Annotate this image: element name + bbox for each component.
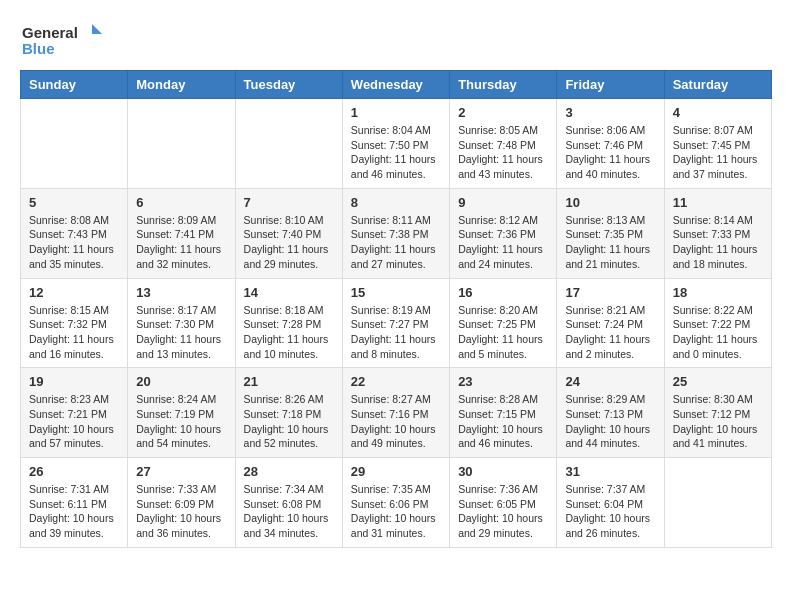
day-info: Sunrise: 8:19 AM Sunset: 7:27 PM Dayligh… — [351, 303, 441, 362]
day-info: Sunrise: 8:24 AM Sunset: 7:19 PM Dayligh… — [136, 392, 226, 451]
day-info: Sunrise: 8:27 AM Sunset: 7:16 PM Dayligh… — [351, 392, 441, 451]
day-info: Sunrise: 8:15 AM Sunset: 7:32 PM Dayligh… — [29, 303, 119, 362]
calendar-cell — [235, 99, 342, 189]
calendar-cell: 2Sunrise: 8:05 AM Sunset: 7:48 PM Daylig… — [450, 99, 557, 189]
day-info: Sunrise: 8:30 AM Sunset: 7:12 PM Dayligh… — [673, 392, 763, 451]
calendar-cell: 7Sunrise: 8:10 AM Sunset: 7:40 PM Daylig… — [235, 188, 342, 278]
calendar-cell: 20Sunrise: 8:24 AM Sunset: 7:19 PM Dayli… — [128, 368, 235, 458]
calendar-cell: 25Sunrise: 8:30 AM Sunset: 7:12 PM Dayli… — [664, 368, 771, 458]
calendar-cell — [664, 458, 771, 548]
logo-svg: GeneralBlue — [20, 20, 110, 60]
day-number: 5 — [29, 195, 119, 210]
day-number: 6 — [136, 195, 226, 210]
calendar-week-row: 26Sunrise: 7:31 AM Sunset: 6:11 PM Dayli… — [21, 458, 772, 548]
day-number: 25 — [673, 374, 763, 389]
day-number: 7 — [244, 195, 334, 210]
calendar-cell: 26Sunrise: 7:31 AM Sunset: 6:11 PM Dayli… — [21, 458, 128, 548]
day-info: Sunrise: 7:34 AM Sunset: 6:08 PM Dayligh… — [244, 482, 334, 541]
calendar-cell: 5Sunrise: 8:08 AM Sunset: 7:43 PM Daylig… — [21, 188, 128, 278]
day-info: Sunrise: 8:12 AM Sunset: 7:36 PM Dayligh… — [458, 213, 548, 272]
day-number: 9 — [458, 195, 548, 210]
calendar-cell: 9Sunrise: 8:12 AM Sunset: 7:36 PM Daylig… — [450, 188, 557, 278]
day-number: 31 — [565, 464, 655, 479]
day-info: Sunrise: 8:29 AM Sunset: 7:13 PM Dayligh… — [565, 392, 655, 451]
day-number: 30 — [458, 464, 548, 479]
calendar-cell: 18Sunrise: 8:22 AM Sunset: 7:22 PM Dayli… — [664, 278, 771, 368]
day-info: Sunrise: 7:36 AM Sunset: 6:05 PM Dayligh… — [458, 482, 548, 541]
day-number: 28 — [244, 464, 334, 479]
calendar-cell: 16Sunrise: 8:20 AM Sunset: 7:25 PM Dayli… — [450, 278, 557, 368]
day-of-week-header: Thursday — [450, 71, 557, 99]
day-of-week-header: Saturday — [664, 71, 771, 99]
day-number: 24 — [565, 374, 655, 389]
calendar-week-row: 12Sunrise: 8:15 AM Sunset: 7:32 PM Dayli… — [21, 278, 772, 368]
page-header: GeneralBlue — [20, 20, 772, 60]
calendar-cell: 1Sunrise: 8:04 AM Sunset: 7:50 PM Daylig… — [342, 99, 449, 189]
day-info: Sunrise: 8:11 AM Sunset: 7:38 PM Dayligh… — [351, 213, 441, 272]
day-number: 20 — [136, 374, 226, 389]
day-info: Sunrise: 7:35 AM Sunset: 6:06 PM Dayligh… — [351, 482, 441, 541]
day-info: Sunrise: 8:26 AM Sunset: 7:18 PM Dayligh… — [244, 392, 334, 451]
calendar-table: SundayMondayTuesdayWednesdayThursdayFrid… — [20, 70, 772, 548]
day-info: Sunrise: 8:14 AM Sunset: 7:33 PM Dayligh… — [673, 213, 763, 272]
day-number: 15 — [351, 285, 441, 300]
calendar-cell: 23Sunrise: 8:28 AM Sunset: 7:15 PM Dayli… — [450, 368, 557, 458]
day-number: 12 — [29, 285, 119, 300]
day-info: Sunrise: 8:28 AM Sunset: 7:15 PM Dayligh… — [458, 392, 548, 451]
day-number: 26 — [29, 464, 119, 479]
calendar-cell: 30Sunrise: 7:36 AM Sunset: 6:05 PM Dayli… — [450, 458, 557, 548]
day-number: 29 — [351, 464, 441, 479]
svg-text:General: General — [22, 24, 78, 41]
day-of-week-header: Sunday — [21, 71, 128, 99]
day-of-week-header: Wednesday — [342, 71, 449, 99]
calendar-cell: 6Sunrise: 8:09 AM Sunset: 7:41 PM Daylig… — [128, 188, 235, 278]
day-number: 8 — [351, 195, 441, 210]
day-info: Sunrise: 8:07 AM Sunset: 7:45 PM Dayligh… — [673, 123, 763, 182]
day-info: Sunrise: 8:04 AM Sunset: 7:50 PM Dayligh… — [351, 123, 441, 182]
day-number: 23 — [458, 374, 548, 389]
day-info: Sunrise: 8:05 AM Sunset: 7:48 PM Dayligh… — [458, 123, 548, 182]
day-info: Sunrise: 7:31 AM Sunset: 6:11 PM Dayligh… — [29, 482, 119, 541]
calendar-cell: 10Sunrise: 8:13 AM Sunset: 7:35 PM Dayli… — [557, 188, 664, 278]
logo: GeneralBlue — [20, 20, 110, 60]
calendar-cell: 19Sunrise: 8:23 AM Sunset: 7:21 PM Dayli… — [21, 368, 128, 458]
calendar-cell: 11Sunrise: 8:14 AM Sunset: 7:33 PM Dayli… — [664, 188, 771, 278]
day-number: 11 — [673, 195, 763, 210]
day-info: Sunrise: 8:09 AM Sunset: 7:41 PM Dayligh… — [136, 213, 226, 272]
calendar-cell: 21Sunrise: 8:26 AM Sunset: 7:18 PM Dayli… — [235, 368, 342, 458]
calendar-cell: 31Sunrise: 7:37 AM Sunset: 6:04 PM Dayli… — [557, 458, 664, 548]
day-number: 2 — [458, 105, 548, 120]
calendar-cell: 17Sunrise: 8:21 AM Sunset: 7:24 PM Dayli… — [557, 278, 664, 368]
day-number: 10 — [565, 195, 655, 210]
day-info: Sunrise: 8:21 AM Sunset: 7:24 PM Dayligh… — [565, 303, 655, 362]
day-number: 21 — [244, 374, 334, 389]
day-number: 13 — [136, 285, 226, 300]
day-info: Sunrise: 7:37 AM Sunset: 6:04 PM Dayligh… — [565, 482, 655, 541]
calendar-cell: 22Sunrise: 8:27 AM Sunset: 7:16 PM Dayli… — [342, 368, 449, 458]
day-info: Sunrise: 8:20 AM Sunset: 7:25 PM Dayligh… — [458, 303, 548, 362]
day-of-week-header: Monday — [128, 71, 235, 99]
day-number: 18 — [673, 285, 763, 300]
day-info: Sunrise: 8:10 AM Sunset: 7:40 PM Dayligh… — [244, 213, 334, 272]
calendar-cell: 14Sunrise: 8:18 AM Sunset: 7:28 PM Dayli… — [235, 278, 342, 368]
calendar-cell: 24Sunrise: 8:29 AM Sunset: 7:13 PM Dayli… — [557, 368, 664, 458]
calendar-week-row: 5Sunrise: 8:08 AM Sunset: 7:43 PM Daylig… — [21, 188, 772, 278]
day-number: 27 — [136, 464, 226, 479]
calendar-cell: 15Sunrise: 8:19 AM Sunset: 7:27 PM Dayli… — [342, 278, 449, 368]
calendar-cell: 8Sunrise: 8:11 AM Sunset: 7:38 PM Daylig… — [342, 188, 449, 278]
day-number: 16 — [458, 285, 548, 300]
day-of-week-header: Tuesday — [235, 71, 342, 99]
day-info: Sunrise: 8:18 AM Sunset: 7:28 PM Dayligh… — [244, 303, 334, 362]
day-number: 4 — [673, 105, 763, 120]
day-info: Sunrise: 8:17 AM Sunset: 7:30 PM Dayligh… — [136, 303, 226, 362]
day-number: 3 — [565, 105, 655, 120]
day-number: 17 — [565, 285, 655, 300]
day-number: 19 — [29, 374, 119, 389]
calendar-cell: 28Sunrise: 7:34 AM Sunset: 6:08 PM Dayli… — [235, 458, 342, 548]
day-info: Sunrise: 8:06 AM Sunset: 7:46 PM Dayligh… — [565, 123, 655, 182]
day-info: Sunrise: 8:22 AM Sunset: 7:22 PM Dayligh… — [673, 303, 763, 362]
svg-marker-1 — [92, 24, 102, 34]
day-info: Sunrise: 8:13 AM Sunset: 7:35 PM Dayligh… — [565, 213, 655, 272]
calendar-week-row: 19Sunrise: 8:23 AM Sunset: 7:21 PM Dayli… — [21, 368, 772, 458]
calendar-cell: 27Sunrise: 7:33 AM Sunset: 6:09 PM Dayli… — [128, 458, 235, 548]
